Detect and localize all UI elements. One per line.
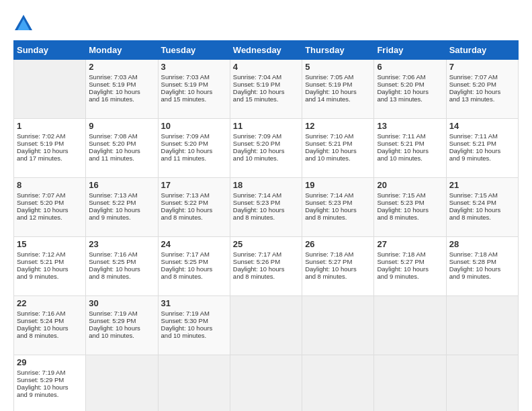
day-number: 5 [305,62,371,72]
calendar-day-cell [374,355,446,412]
sunrise-text: Sunrise: 7:13 AM [89,191,137,199]
daylight-text: Daylight: 10 hoursand 8 minutes. [377,206,429,221]
calendar-week-row: 29 Sunrise: 7:19 AM Sunset: 5:29 PM Dayl… [14,355,519,412]
daylight-text: Daylight: 10 hoursand 16 minutes. [89,88,140,103]
sunset-text: Sunset: 5:19 PM [161,81,208,88]
sunset-text: Sunset: 5:29 PM [17,376,64,383]
sunset-text: Sunset: 5:27 PM [305,258,352,265]
sunrise-text: Sunrise: 7:15 AM [449,191,498,199]
day-number: 15 [17,239,83,249]
day-number: 4 [233,62,299,72]
sunset-text: Sunset: 5:21 PM [305,140,352,147]
daylight-text: Daylight: 10 hoursand 11 minutes. [161,147,213,162]
day-number: 13 [377,121,443,131]
sunrise-text: Sunrise: 7:11 AM [377,132,425,140]
sunset-text: Sunset: 5:21 PM [377,140,424,147]
calendar-day-cell: 1 Sunrise: 7:02 AM Sunset: 5:19 PM Dayli… [14,119,86,178]
daylight-text: Daylight: 10 hoursand 10 minutes. [161,324,213,339]
calendar-header-wednesday: Wednesday [230,41,302,60]
day-number: 23 [89,239,154,249]
calendar-day-cell: 15 Sunrise: 7:12 AM Sunset: 5:21 PM Dayl… [14,237,86,296]
day-number: 9 [89,121,154,131]
calendar-table: SundayMondayTuesdayWednesdayThursdayFrid… [13,40,519,411]
daylight-text: Daylight: 10 hoursand 8 minutes. [89,265,140,280]
calendar-day-cell: 17 Sunrise: 7:13 AM Sunset: 5:22 PM Dayl… [158,178,230,237]
day-number: 14 [449,121,515,131]
calendar-day-cell: 2 Sunrise: 7:03 AM Sunset: 5:19 PM Dayli… [86,60,158,119]
calendar-day-cell: 10 Sunrise: 7:09 AM Sunset: 5:20 PM Dayl… [158,119,230,178]
calendar-week-row: 8 Sunrise: 7:07 AM Sunset: 5:20 PM Dayli… [14,178,519,237]
day-number: 19 [305,180,371,190]
calendar-header-row: SundayMondayTuesdayWednesdayThursdayFrid… [14,41,519,60]
day-number: 27 [377,239,443,249]
sunset-text: Sunset: 5:20 PM [17,199,64,206]
sunrise-text: Sunrise: 7:13 AM [161,191,210,199]
sunrise-text: Sunrise: 7:12 AM [17,250,65,258]
daylight-text: Daylight: 10 hoursand 8 minutes. [161,206,213,221]
calendar-day-cell: 16 Sunrise: 7:13 AM Sunset: 5:22 PM Dayl… [86,178,158,237]
calendar-day-cell: 14 Sunrise: 7:11 AM Sunset: 5:21 PM Dayl… [446,119,518,178]
calendar-day-cell [302,355,374,412]
daylight-text: Daylight: 10 hoursand 10 minutes. [305,147,357,162]
sunrise-text: Sunrise: 7:05 AM [305,73,353,81]
sunset-text: Sunset: 5:30 PM [161,317,208,324]
daylight-text: Daylight: 10 hoursand 12 minutes. [17,206,69,221]
day-number: 30 [89,298,154,308]
calendar-day-cell [446,355,518,412]
daylight-text: Daylight: 10 hoursand 11 minutes. [89,147,140,162]
sunset-text: Sunset: 5:19 PM [17,140,64,147]
daylight-text: Daylight: 10 hoursand 8 minutes. [233,265,285,280]
day-number: 21 [449,180,515,190]
sunrise-text: Sunrise: 7:07 AM [449,73,498,81]
sunset-text: Sunset: 5:22 PM [89,199,136,206]
sunset-text: Sunset: 5:20 PM [449,81,496,88]
calendar-day-cell: 30 Sunrise: 7:19 AM Sunset: 5:29 PM Dayl… [86,296,158,355]
sunrise-text: Sunrise: 7:17 AM [233,250,281,258]
calendar-day-cell: 29 Sunrise: 7:19 AM Sunset: 5:29 PM Dayl… [14,355,86,412]
sunrise-text: Sunrise: 7:04 AM [233,73,281,81]
calendar-day-cell [230,355,302,412]
daylight-text: Daylight: 10 hoursand 8 minutes. [17,324,69,339]
sunrise-text: Sunrise: 7:08 AM [89,132,137,140]
calendar-day-cell: 5 Sunrise: 7:05 AM Sunset: 5:19 PM Dayli… [302,60,374,119]
sunrise-text: Sunrise: 7:10 AM [305,132,353,140]
daylight-text: Daylight: 10 hoursand 9 minutes. [17,265,69,280]
calendar-day-cell: 8 Sunrise: 7:07 AM Sunset: 5:20 PM Dayli… [14,178,86,237]
sunrise-text: Sunrise: 7:02 AM [17,132,65,140]
logo [13,13,36,34]
sunrise-text: Sunrise: 7:09 AM [161,132,210,140]
sunset-text: Sunset: 5:27 PM [377,258,424,265]
daylight-text: Daylight: 10 hoursand 8 minutes. [161,265,213,280]
sunrise-text: Sunrise: 7:17 AM [161,250,210,258]
daylight-text: Daylight: 10 hoursand 15 minutes. [233,88,285,103]
sunset-text: Sunset: 5:20 PM [377,81,424,88]
calendar-header-monday: Monday [86,41,158,60]
calendar-header-sunday: Sunday [14,41,86,60]
calendar-header-friday: Friday [374,41,446,60]
sunset-text: Sunset: 5:20 PM [161,140,208,147]
calendar-day-cell: 21 Sunrise: 7:15 AM Sunset: 5:24 PM Dayl… [446,178,518,237]
sunset-text: Sunset: 5:19 PM [89,81,136,88]
sunset-text: Sunset: 5:25 PM [161,258,208,265]
day-number: 11 [233,121,299,131]
calendar-day-cell: 24 Sunrise: 7:17 AM Sunset: 5:25 PM Dayl… [158,237,230,296]
sunrise-text: Sunrise: 7:03 AM [89,73,137,81]
calendar-day-cell: 20 Sunrise: 7:15 AM Sunset: 5:23 PM Dayl… [374,178,446,237]
sunrise-text: Sunrise: 7:18 AM [305,250,353,258]
sunset-text: Sunset: 5:26 PM [233,258,280,265]
daylight-text: Daylight: 10 hoursand 13 minutes. [377,88,429,103]
logo-icon [13,13,34,34]
sunset-text: Sunset: 5:22 PM [161,199,208,206]
day-number: 26 [305,239,371,249]
calendar-day-cell [446,296,518,355]
daylight-text: Daylight: 10 hoursand 10 minutes. [377,147,429,162]
calendar-day-cell: 31 Sunrise: 7:19 AM Sunset: 5:30 PM Dayl… [158,296,230,355]
day-number: 24 [161,239,227,249]
sunset-text: Sunset: 5:24 PM [17,317,64,324]
sunset-text: Sunset: 5:25 PM [89,258,136,265]
calendar-day-cell: 13 Sunrise: 7:11 AM Sunset: 5:21 PM Dayl… [374,119,446,178]
daylight-text: Daylight: 10 hoursand 9 minutes. [377,265,429,280]
daylight-text: Daylight: 10 hoursand 8 minutes. [449,206,501,221]
day-number: 18 [233,180,299,190]
calendar-day-cell: 22 Sunrise: 7:16 AM Sunset: 5:24 PM Dayl… [14,296,86,355]
